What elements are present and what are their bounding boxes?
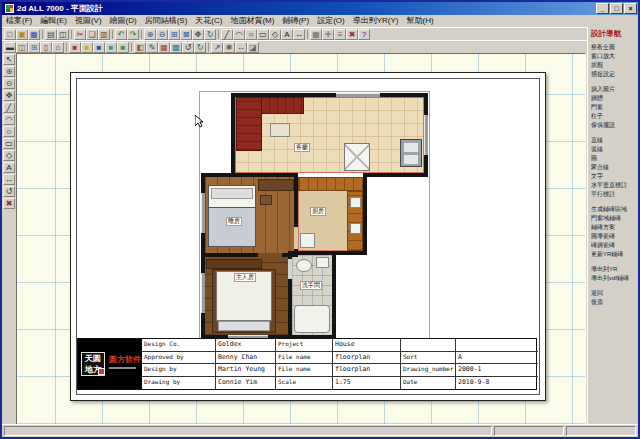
pan-icon[interactable]: ✥ [3,90,15,101]
redraw-icon[interactable]: ↻ [204,29,216,40]
tile-red-icon[interactable]: ■ [69,42,81,53]
arc-icon[interactable]: ◠ [3,114,15,125]
cut-icon[interactable]: ✂ [74,29,86,40]
tile-green-icon[interactable]: ■ [117,42,129,53]
pick-tile-icon[interactable]: ✎ [146,42,158,53]
circle-icon[interactable]: ○ [245,29,257,40]
grid-icon[interactable]: ▦ [310,29,322,40]
menu-item[interactable]: 地面材質(M) [226,15,278,27]
nav-command[interactable]: 磚牆瓷磚 [591,241,638,250]
text-icon[interactable]: A [3,162,15,173]
select-icon[interactable]: ↖ [3,54,15,65]
nav-command[interactable]: 抓觀 [591,61,638,70]
nav-command[interactable]: 門窗域鋪磚 [591,214,638,223]
polyline-icon[interactable]: ◇ [269,29,281,40]
nav-command[interactable]: 柱子 [591,112,638,121]
menu-item[interactable]: 繪圖(D) [106,15,141,27]
room-tool-icon[interactable]: ⌂ [52,42,64,53]
menu-item[interactable]: 檔案(F) [2,15,36,27]
nav-command[interactable]: 察看全圖 [591,43,638,52]
menu-item[interactable]: 視圖(V) [71,15,106,27]
eraser-icon[interactable]: ◪ [247,42,259,53]
door-tool-icon[interactable]: ◫ [16,42,28,53]
nav-command[interactable]: 退回 [591,289,638,298]
drawing-canvas[interactable]: 客廳 睡房 廚房 主人房 洗手間 天圆 地方 圆方软件 Design C [16,53,586,426]
nav-command[interactable]: 復原 [591,298,638,307]
rotate-icon[interactable]: ↺ [3,186,15,197]
nav-command[interactable]: 鋪磚方案 [591,223,638,232]
zoom-out-icon[interactable]: ⊖ [156,29,168,40]
column-tool-icon[interactable]: ▯ [40,42,52,53]
print-icon[interactable]: ▤ [45,29,57,40]
paste-icon[interactable]: ▥ [98,29,110,40]
nav-command[interactable]: 弧線 [591,145,638,154]
line-icon[interactable]: ╱ [221,29,233,40]
nav-command[interactable]: 更新YR鋪磚 [591,250,638,259]
maximize-button[interactable]: □ [610,3,623,14]
nav-command[interactable]: 圓 [591,154,638,163]
erase-icon[interactable]: ✖ [3,198,15,209]
settings-icon[interactable]: ✱ [223,42,235,53]
polyline-icon[interactable]: ◇ [3,150,15,161]
nav-command[interactable]: 直線 [591,136,638,145]
rectangle-icon[interactable]: ▭ [257,29,269,40]
nav-command[interactable]: 牆體 [591,94,638,103]
nav-command[interactable]: 聚合線 [591,163,638,172]
nav-command[interactable]: 圓導瓷磚 [591,232,638,241]
drawing-sheet[interactable]: 客廳 睡房 廚房 主人房 洗手間 天圆 地方 圆方软件 Design C [70,72,546,401]
nav-command[interactable]: 窗口放大 [591,52,638,61]
close-button[interactable]: × [624,3,637,14]
nav-command[interactable]: 門窗 [591,103,638,112]
menu-item[interactable]: 設定(O) [313,15,349,27]
text-icon[interactable]: A [281,29,293,40]
nav-command[interactable]: 平行標註 [591,190,638,199]
tile-region-icon[interactable]: ▦ [158,42,170,53]
dimension-icon[interactable]: ↔ [293,29,305,40]
open-file-icon[interactable]: ▣ [16,29,28,40]
zoom-in-icon[interactable]: ⊕ [144,29,156,40]
arc-icon[interactable]: ◠ [233,29,245,40]
new-file-icon[interactable]: □ [4,29,16,40]
line-icon[interactable]: ╱ [3,102,15,113]
measure-icon[interactable]: ↔ [235,42,247,53]
zoom-out-icon[interactable]: ⊖ [3,78,15,89]
save-icon[interactable]: ▦ [28,29,40,40]
nav-command[interactable]: 導出到vdf鋪磚 [591,274,638,283]
floor-plan[interactable]: 客廳 睡房 廚房 主人房 洗手間 [198,93,433,341]
undo-icon[interactable]: ↶ [115,29,127,40]
wall-tool-icon[interactable]: ▬ [4,42,16,53]
tile-blue-icon[interactable]: ■ [93,42,105,53]
delete-icon[interactable]: ✖ [346,29,358,40]
nav-command[interactable]: 捕捉設定 [591,70,638,79]
print-preview-icon[interactable]: ◫ [57,29,69,40]
copy-icon[interactable]: ❏ [86,29,98,40]
rotate-tile-icon[interactable]: ↺ [182,42,194,53]
menu-item[interactable]: 天花(C) [191,15,226,27]
redo-icon[interactable]: ↷ [127,29,139,40]
tile-scheme-icon[interactable]: ▩ [170,42,182,53]
circle-icon[interactable]: ○ [3,126,15,137]
nav-command[interactable]: 文字 [591,172,638,181]
zoom-window-icon[interactable]: ⊞ [168,29,180,40]
tile-yellow-icon[interactable]: ■ [81,42,93,53]
window-tool-icon[interactable]: ⊞ [28,42,40,53]
menu-item[interactable]: 鋪磚(P) [278,15,313,27]
fill-tile-icon[interactable]: ◧ [134,42,146,53]
rectangle-icon[interactable]: ▭ [3,138,15,149]
minimize-button[interactable]: _ [596,3,609,14]
menu-item[interactable]: 編輯(E) [36,15,71,27]
dimension-icon[interactable]: ↔ [3,174,15,185]
help-icon[interactable]: ? [358,29,370,40]
pan-icon[interactable]: ✥ [192,29,204,40]
zoom-extents-icon[interactable]: ⊠ [180,29,192,40]
menu-item[interactable]: 幫助(H) [402,15,437,27]
export-yr-icon[interactable]: ↗ [211,42,223,53]
nav-command[interactable]: 生成鋪磚區域 [591,205,638,214]
nav-command[interactable]: 傢俱擺設 [591,121,638,130]
tile-cyan-icon[interactable]: ■ [105,42,117,53]
update-tile-icon[interactable]: ↻ [194,42,206,53]
snap-icon[interactable]: ✛ [322,29,334,40]
nav-command[interactable]: 插入圖片 [591,85,638,94]
layers-icon[interactable]: ≡ [334,29,346,40]
zoom-in-icon[interactable]: ⊕ [3,66,15,77]
